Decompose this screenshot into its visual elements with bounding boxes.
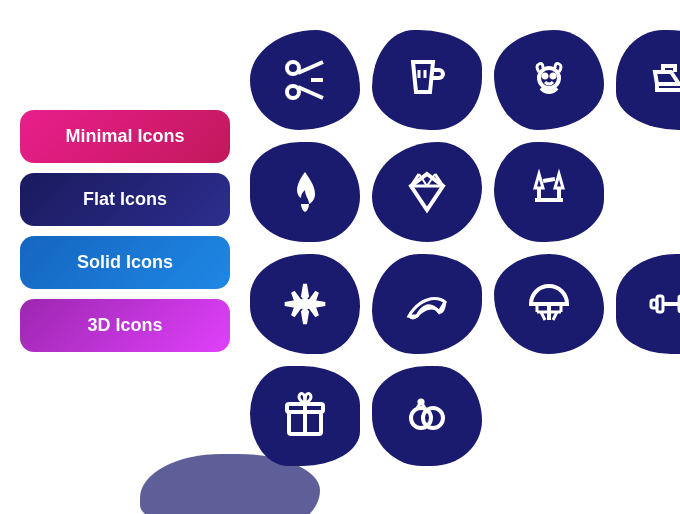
- dumbbell-icon-blob: [616, 254, 680, 354]
- scissors-icon: [281, 56, 329, 104]
- flat-icons-button[interactable]: Flat Icons: [20, 173, 230, 226]
- fire-icon-blob: [250, 142, 360, 242]
- ice-skate-icon: [647, 56, 680, 104]
- scissors-icon-blob: [250, 30, 360, 130]
- svg-rect-27: [657, 296, 663, 312]
- svg-point-9: [551, 74, 554, 77]
- svg-line-20: [543, 179, 555, 181]
- croissant-icon-blob: [372, 254, 482, 354]
- gift-icon-blob: [250, 366, 360, 466]
- rings-icon: [403, 392, 451, 440]
- croissant-icon: [403, 280, 451, 328]
- gift-icon: [281, 392, 329, 440]
- umbrella-icon-blob: [494, 254, 604, 354]
- background-decoration-blob: [140, 454, 320, 514]
- svg-line-2: [298, 62, 323, 73]
- dog-icon: [525, 56, 573, 104]
- cheers-icon-blob: [494, 142, 604, 242]
- beer-mug-icon-blob: [372, 30, 482, 130]
- svg-point-0: [287, 62, 299, 74]
- cheers-icon: [525, 168, 573, 216]
- diamond-icon: [403, 168, 451, 216]
- left-menu-panel: Minimal Icons Flat Icons Solid Icons 3D …: [20, 110, 230, 352]
- umbrella-icon: [525, 280, 573, 328]
- svg-point-21: [301, 300, 309, 308]
- dumbbell-icon: [647, 280, 680, 328]
- svg-point-1: [287, 86, 299, 98]
- svg-point-8: [543, 74, 546, 77]
- sparkles-icon-blob: [250, 254, 360, 354]
- fire-icon: [281, 168, 329, 216]
- svg-line-3: [298, 87, 323, 98]
- dog-icon-blob: [494, 30, 604, 130]
- sparkles-icon: [281, 280, 329, 328]
- icons-grid: [250, 20, 680, 476]
- main-container: Minimal Icons Flat Icons Solid Icons 3D …: [0, 0, 680, 514]
- rings-icon-blob: [372, 366, 482, 466]
- diamond-icon-blob: [372, 142, 482, 242]
- beer-mug-icon: [403, 56, 451, 104]
- solid-icons-button[interactable]: Solid Icons: [20, 236, 230, 289]
- ice-skate-icon-blob: [616, 30, 680, 130]
- svg-point-36: [419, 400, 422, 403]
- empty-cell-1: [616, 142, 680, 242]
- minimal-icons-button[interactable]: Minimal Icons: [20, 110, 230, 163]
- 3d-icons-button[interactable]: 3D Icons: [20, 299, 230, 352]
